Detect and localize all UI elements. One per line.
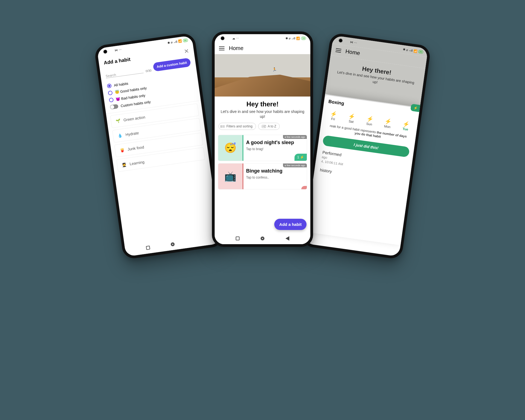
habit-title: Binge watching xyxy=(246,168,304,174)
phone-add-habit: ⋈ ⋯ ✱ ⌀ ₊ıll 📶 80 Add a habit ✕ Search 0… xyxy=(94,32,224,260)
recent-apps-icon[interactable] xyxy=(236,237,240,240)
hero-image: 🏃 xyxy=(215,54,310,97)
screen-title: Add a habit xyxy=(103,56,131,66)
day-sun[interactable]: ⚡Sun xyxy=(366,115,374,126)
battery-indicator: 80 xyxy=(418,50,424,54)
bolt-icon: ⚡ xyxy=(366,115,374,122)
camera-hole xyxy=(221,36,224,40)
streak-chip-icon: ⚡ xyxy=(410,104,421,112)
habit-card-sleep[interactable]: 😴 A good night's sleep Tap to brag! a fe… xyxy=(218,135,307,161)
list-icon xyxy=(222,126,225,127)
signal-icon: ✱ ⌀ ₊ıll 📶 xyxy=(167,39,182,45)
az-sort-icon: AZ xyxy=(262,125,266,128)
char-counter: 0/30 xyxy=(145,69,152,73)
page-title: Home xyxy=(345,48,360,56)
menu-icon[interactable] xyxy=(219,46,224,50)
close-icon[interactable]: ✕ xyxy=(183,47,189,55)
habit-subtitle: Tap to confess.. xyxy=(246,176,304,179)
home-icon[interactable] xyxy=(171,242,175,247)
habit-subtitle: Tap to brag! xyxy=(246,147,304,151)
toggle-icon xyxy=(110,104,118,109)
bolt-icon: ⚡ xyxy=(402,120,410,128)
greeting: Hey there! Let's dive in and see how you… xyxy=(215,97,310,120)
phone-home: ☁ ⋯ ✱ ⌀ ₊ıll 📶 33 Home 🏃 Hey there! Let'… xyxy=(212,31,313,247)
status-bar: ☁ ⋯ ✱ ⌀ ₊ıll 📶 33 xyxy=(215,34,310,42)
radio-icon xyxy=(109,98,114,103)
runner-icon: 🏃 xyxy=(272,67,277,72)
bolt-icon: ⚡ xyxy=(348,113,356,120)
radio-icon xyxy=(107,83,112,88)
day-sat[interactable]: ⚡Sat xyxy=(348,113,356,124)
battery-indicator: 33 xyxy=(301,37,306,40)
page-title: Home xyxy=(229,45,243,51)
time-badge: a few seconds ago xyxy=(283,135,307,139)
battery-indicator: 80 xyxy=(183,39,188,42)
day-tue[interactable]: ⚡Tue xyxy=(402,120,410,132)
signal-icon: ✱ ⌀ ₊ıll 📶 xyxy=(402,48,417,53)
habit-card-binge[interactable]: 📺 Binge watching Tap to confess.. a few … xyxy=(218,163,307,189)
streak-badge: 1 ⚡ xyxy=(294,154,307,161)
day-fri[interactable]: ⚡Fri xyxy=(329,110,338,121)
bolt-icon: ⚡ xyxy=(330,110,338,118)
bolt-icon: ⚡ xyxy=(384,118,392,125)
sort-chip[interactable]: AZ A to Z xyxy=(258,123,280,130)
habit-detail-sheet: Boxing ⚡Fri ⚡Sat ⚡Sun ⚡Mon ⚡Tue reak for… xyxy=(306,95,420,245)
radio-icon xyxy=(108,91,113,95)
phone-habit-detail: ⋈ ⋯ ✱ ⌀ ₊ıll 📶 80 Home Hey there! Let's … xyxy=(301,32,431,260)
signal-icon: ✱ ⌀ ₊ıll 📶 xyxy=(285,37,300,40)
streak-badge xyxy=(301,186,307,189)
day-mon[interactable]: ⚡Mon xyxy=(384,118,392,129)
home-icon[interactable] xyxy=(261,237,264,240)
recent-apps-icon[interactable] xyxy=(146,246,150,250)
time-badge: a few seconds ago xyxy=(283,164,307,167)
android-nav xyxy=(215,233,310,244)
menu-icon[interactable] xyxy=(336,48,342,53)
habit-emoji-icon: 📺 xyxy=(218,164,243,189)
back-icon[interactable] xyxy=(285,236,289,241)
habit-emoji-icon: 😴 xyxy=(218,135,243,161)
add-habit-fab[interactable]: Add a habit xyxy=(274,219,307,230)
filters-chip[interactable]: Filters and sorting xyxy=(218,123,256,130)
app-header: Home xyxy=(215,42,310,54)
habit-title: A good night's sleep xyxy=(246,140,304,145)
